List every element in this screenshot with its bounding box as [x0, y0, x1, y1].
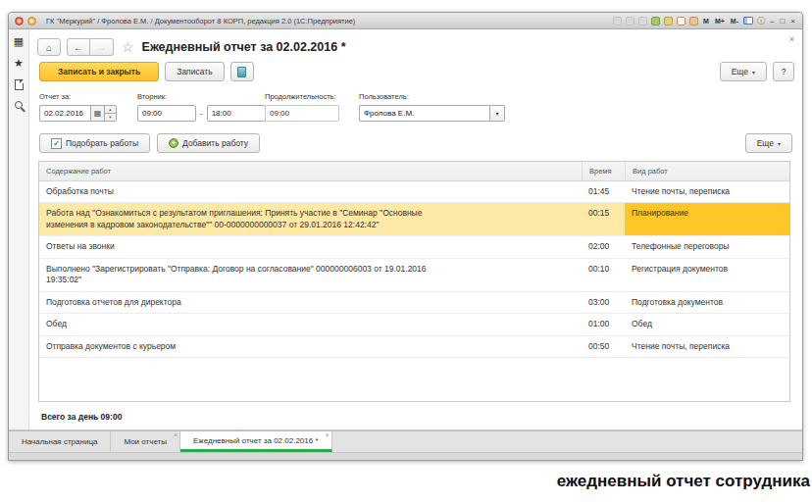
tab-daily-report[interactable]: Ежедневный отчет за 02.02.2016 * ×	[180, 431, 332, 452]
memory-m-button[interactable]: M	[702, 18, 710, 25]
table-row-selected[interactable]: Работа над "Ознакомиться с результатом п…	[39, 203, 789, 236]
duration-label: Продолжительность:	[265, 92, 339, 101]
save-button[interactable]: Записать	[165, 62, 224, 81]
spin-up-icon[interactable]: ▴	[105, 106, 116, 114]
work-hours-field: Вторник: -	[137, 92, 266, 122]
spin-down-icon[interactable]: ▾	[105, 114, 116, 121]
table-header: Содержание работ Время Вид работ	[39, 162, 789, 181]
weekday-label: Вторник:	[137, 92, 266, 101]
form-header: ⌂ ← → ☆ Ежедневный отчет за 02.02.2016 *…	[37, 36, 794, 58]
duration-field: Продолжительность:	[265, 92, 339, 122]
page-title: Ежедневный отчет за 02.02.2016 *	[142, 40, 346, 54]
green-tool-icon[interactable]	[651, 17, 660, 25]
memory-m-plus-button[interactable]: M+	[714, 18, 726, 25]
search-icon[interactable]	[15, 101, 23, 109]
tab-my-reports[interactable]: Мои отчеты ×	[111, 431, 180, 452]
calendar-icon[interactable]: ▦	[90, 105, 105, 122]
chevron-down-icon: ▾	[752, 69, 755, 76]
command-bar: Записать и закрыть Записать Еще ▾ ?	[39, 62, 794, 81]
home-button[interactable]: ⌂	[37, 38, 61, 56]
pick-list-icon: ✓	[51, 138, 62, 149]
tab-home[interactable]: Начальная страница	[9, 431, 111, 452]
add-to-favorites-icon[interactable]: ☆	[122, 39, 134, 55]
help-button[interactable]: ?	[773, 62, 794, 81]
user-label: Пользователь:	[359, 92, 505, 101]
tab-close-icon[interactable]: ×	[174, 431, 178, 438]
window-body: ▦ ★ ⌂ ← → ☆ Ежедневный отчет за 02.02.20…	[9, 29, 802, 430]
tool-sidebar: ▦ ★	[9, 29, 29, 429]
daily-total: Всего за день 09:00	[41, 412, 122, 422]
more-button[interactable]: Еще ▾	[720, 62, 767, 81]
minimize-icon[interactable]: –	[769, 17, 775, 25]
report-date-label: Отчет за:	[39, 92, 117, 101]
split-view-icon[interactable]	[743, 17, 753, 25]
report-date-input[interactable]	[39, 105, 90, 122]
daily-report-form: ⌂ ← → ☆ Ежедневный отчет за 02.02.2016 *…	[29, 29, 802, 429]
chevron-down-icon: ▾	[778, 140, 781, 147]
time-to-input[interactable]	[207, 105, 266, 122]
save-and-close-button[interactable]: Записать и закрыть	[39, 62, 159, 81]
info-icon[interactable]: ⓘ	[757, 17, 765, 25]
calendar-tool-icon[interactable]	[677, 17, 685, 25]
time-from-input[interactable]	[137, 105, 196, 122]
tab-close-icon[interactable]: ×	[325, 431, 329, 438]
disabled-tool-icon-3	[638, 17, 647, 25]
table-row[interactable]: Выполнено "Зарегистрировать "Отправка: Д…	[39, 259, 789, 292]
titlebar: ГК "Меркурий" / Фролова Е.М. / Документо…	[9, 13, 802, 29]
duration-input	[265, 105, 339, 122]
column-header-time[interactable]: Время	[582, 162, 625, 180]
screenshot-caption: ежедневный отчет сотрудника	[557, 472, 810, 491]
form-close-icon[interactable]: ×	[789, 34, 794, 44]
functions-menu-icon[interactable]: ▦	[14, 36, 24, 47]
disabled-tool-icon-1	[613, 17, 622, 25]
disabled-tool-icon-2	[626, 17, 634, 25]
window-close-circle-icon[interactable]	[15, 17, 24, 25]
works-table: Содержание работ Время Вид работ Обработ…	[38, 161, 790, 402]
user-field: Пользователь: ▾	[359, 92, 505, 122]
table-row[interactable]: Подготовка отчетов для директора 03:00 П…	[39, 292, 789, 314]
window-title: ГК "Меркурий" / Фролова Е.М. / Документо…	[46, 17, 355, 25]
app-window: ГК "Меркурий" / Фролова Е.М. / Документо…	[8, 12, 803, 461]
table-row[interactable]: Отправка документов с курьером 00:50 Чте…	[39, 336, 789, 358]
table-toolbar: ✓ Подобрать работы + Добавить работу Еще…	[39, 133, 792, 153]
column-header-kind[interactable]: Вид работ	[625, 162, 789, 180]
copy-document-button[interactable]	[230, 62, 254, 81]
column-header-content[interactable]: Содержание работ	[39, 162, 582, 180]
window-minimize-circle-icon[interactable]	[27, 17, 36, 25]
report-date-field: Отчет за: ▦ ▴ ▾	[39, 92, 117, 122]
forward-button[interactable]: →	[90, 38, 114, 56]
back-button[interactable]: ←	[67, 38, 90, 56]
document-icon	[237, 67, 246, 77]
table-more-button[interactable]: Еще ▾	[745, 133, 792, 153]
table-row[interactable]: Ответы на звонки 02:00 Телефонные перего…	[39, 236, 789, 258]
calculator-tool-icon[interactable]	[689, 17, 698, 25]
folder-tool-icon[interactable]	[664, 17, 673, 25]
memory-m-minus-button[interactable]: M-	[730, 18, 739, 25]
maximize-icon[interactable]: □	[779, 17, 786, 25]
time-range-separator: -	[200, 109, 203, 118]
user-dropdown-icon[interactable]: ▾	[489, 105, 505, 122]
open-windows-tabbar: Начальная страница Мои отчеты × Ежедневн…	[9, 430, 802, 452]
table-row[interactable]: Обработка почты 01:45 Чтение почты, пере…	[39, 181, 789, 203]
favorites-star-icon[interactable]: ★	[14, 58, 24, 69]
history-icon[interactable]	[15, 79, 24, 90]
close-icon[interactable]: ×	[789, 17, 796, 25]
pick-works-button[interactable]: ✓ Подобрать работы	[39, 133, 150, 153]
table-row[interactable]: Обед 01:00 Обед	[39, 314, 789, 335]
add-plus-icon: +	[169, 138, 178, 148]
add-work-button[interactable]: + Добавить работу	[157, 133, 260, 153]
window-bottom-strip	[9, 452, 802, 460]
user-input[interactable]	[359, 105, 489, 122]
